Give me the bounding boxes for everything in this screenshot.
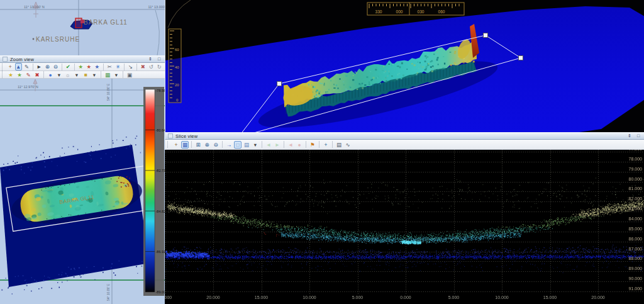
- wreck-label: BARKA GL11: [84, 19, 128, 26]
- marker-blue-icon[interactable]: ★: [94, 63, 101, 70]
- pan-tool-icon[interactable]: +: [7, 63, 14, 70]
- north-select-tool-icon[interactable]: ▲: [15, 63, 22, 70]
- info-icon[interactable]: ▣: [126, 71, 133, 79]
- pointer-tool-icon[interactable]: ►: [36, 63, 43, 70]
- slice-view-toolbar: +▦⊞⊕⊖→□▤▾◄►◄●⚑+▤∿: [165, 140, 644, 150]
- place-marker-dot: [33, 38, 35, 40]
- slice-view-titlebar[interactable]: Slice view ⇕□: [165, 132, 644, 140]
- lat-label-left: 11° 13.000' N: [24, 5, 45, 9]
- spray-tool-icon[interactable]: ✳: [114, 63, 121, 70]
- toolbar-separator: [262, 141, 262, 148]
- lat-label-right: 11° 13.000' N: [148, 5, 165, 9]
- next-marker-icon[interactable]: ►: [274, 141, 281, 149]
- lon-label-top: 54° 10.80' E: [106, 83, 110, 101]
- cut-tool-icon[interactable]: ✂: [106, 63, 113, 70]
- zoom-view-window-buttons: ⇕□: [145, 55, 163, 63]
- colorbar-label: -86.91: [156, 250, 165, 254]
- zoom-view-titlebar[interactable]: Zoom view ⇕□: [0, 55, 165, 63]
- zoom-map-panel: 11° 12.970' N 54° 10.80' E 54° 10.80' E …: [0, 79, 165, 304]
- undo-icon[interactable]: ↺: [148, 63, 155, 70]
- folder-icon[interactable]: ■: [82, 71, 89, 79]
- toolbar-separator: [191, 141, 192, 148]
- colorbar-label: -78.56: [156, 89, 165, 93]
- colorbar-label: -89.00: [156, 290, 165, 294]
- prev-marker-icon[interactable]: ◄: [265, 141, 272, 149]
- grid-display-icon[interactable]: ▦: [104, 71, 111, 79]
- colorbar-label: -80.64: [156, 128, 165, 132]
- maximize-button[interactable]: □: [635, 132, 642, 139]
- grid-caret-icon[interactable]: ▾: [113, 71, 120, 79]
- crosshair-icon[interactable]: +: [322, 141, 330, 149]
- zoom-in-icon[interactable]: ⊕: [203, 141, 211, 149]
- zoom-out-icon[interactable]: ⊖: [212, 141, 219, 149]
- overview-map-panel: 11° 13.000' N 11° 13.000' N BARKA GL11 K…: [0, 0, 165, 55]
- toolbar-grip: [2, 64, 4, 70]
- pan-tool-icon[interactable]: +: [172, 141, 180, 149]
- compass-tick-label: 060: [438, 9, 445, 14]
- redo-icon[interactable]: ↻: [156, 63, 163, 70]
- toolbar-separator: [284, 141, 284, 148]
- zoom-out-icon[interactable]: ⊖: [52, 63, 59, 70]
- erase-icon[interactable]: ✖: [140, 63, 147, 70]
- marker-green-icon[interactable]: ★: [77, 63, 84, 70]
- depth-colorbar: -78.56 -80.64 -82.73 -84.82 -86.91 -89.0…: [143, 87, 165, 296]
- maximize-button[interactable]: □: [155, 55, 163, 62]
- toolbar-separator: [136, 64, 137, 70]
- compass-tick-label: 000: [396, 9, 403, 14]
- colorbar-label: -84.82: [156, 210, 165, 213]
- lon-label-bottom: 54° 10.80' E: [106, 283, 110, 301]
- slice-view-title: Slice view: [175, 133, 197, 139]
- layer-yellow-icon[interactable]: ★: [7, 71, 14, 79]
- toolbar-grip: [167, 141, 170, 148]
- zoom-map-view[interactable]: 11° 12.970' N 54° 10.80' E 54° 10.80' E …: [0, 79, 165, 304]
- toolbar-separator: [123, 71, 123, 78]
- layout-single-icon[interactable]: □: [234, 141, 242, 149]
- zoom-view-toolbar-row1: +▲✎►⊕⊖✔★★★✂✳↘✖↺↻: [0, 63, 165, 71]
- dock-pin-button[interactable]: ⇕: [147, 56, 154, 63]
- selection-handle[interactable]: [484, 33, 488, 38]
- marker-red-icon[interactable]: ★: [86, 63, 92, 70]
- layer-green-icon[interactable]: ★: [16, 71, 23, 79]
- toolbar-separator: [124, 64, 125, 70]
- palette-icon[interactable]: ●: [47, 71, 54, 79]
- folder-caret-icon[interactable]: ▾: [91, 71, 98, 79]
- grid-view-icon[interactable]: ▦: [181, 141, 189, 149]
- slice-plot-panel: [165, 150, 644, 304]
- dock-pin-button[interactable]: ⇕: [626, 133, 633, 140]
- overview-map-view[interactable]: 11° 13.000' N 11° 13.000' N BARKA GL11 K…: [0, 0, 165, 55]
- fit-extents-icon[interactable]: ⊞: [194, 141, 202, 149]
- application-window: 11° 13.000' N 11° 13.000' N BARKA GL11 K…: [0, 0, 644, 304]
- stop-red-icon[interactable]: ●: [296, 141, 303, 149]
- view3d-panel: 330 000 030 060 60 40 20 0: [165, 0, 644, 132]
- report-icon[interactable]: ▤: [335, 141, 343, 149]
- slice-plot[interactable]: [165, 150, 644, 304]
- place-label: KARLSRUHE: [36, 36, 80, 43]
- measure-tool-icon[interactable]: ↘: [127, 63, 134, 70]
- compass-tick-label: 330: [375, 9, 382, 14]
- layout-multi-icon[interactable]: ▤: [243, 141, 250, 149]
- lat-label: 11° 12.970' N: [18, 85, 38, 89]
- window-icon: [3, 57, 8, 62]
- toolbar-separator: [306, 141, 306, 148]
- slice-view-window-buttons: ⇕□: [625, 132, 642, 140]
- play-icon[interactable]: →: [225, 141, 233, 149]
- selection-handle[interactable]: [277, 82, 282, 86]
- flag-icon[interactable]: ⚑: [309, 141, 316, 149]
- back-red-icon[interactable]: ◄: [287, 141, 294, 149]
- view3d-canvas[interactable]: 330 000 030 060 60 40 20 0: [165, 0, 644, 132]
- toolbar-separator: [101, 71, 101, 78]
- profile-icon[interactable]: ∿: [344, 141, 352, 149]
- toolbar-separator: [332, 141, 333, 148]
- layout-caret-icon[interactable]: ▾: [252, 141, 259, 149]
- palette-caret-icon[interactable]: ▾: [55, 71, 63, 79]
- probe-tool-icon[interactable]: ✎: [23, 63, 30, 70]
- selection-handle[interactable]: [519, 56, 523, 60]
- edit-colors-icon[interactable]: ✎: [25, 71, 32, 79]
- zoom-in-icon[interactable]: ⊕: [44, 63, 51, 70]
- delete-icon[interactable]: ✖: [33, 71, 41, 79]
- shading-caret-icon[interactable]: ▾: [73, 71, 80, 79]
- accept-icon[interactable]: ✔: [65, 63, 72, 70]
- shading-icon[interactable]: ☼: [64, 71, 72, 79]
- elev-tick-label: 20: [175, 83, 179, 87]
- compass-tick-label: 030: [418, 9, 425, 14]
